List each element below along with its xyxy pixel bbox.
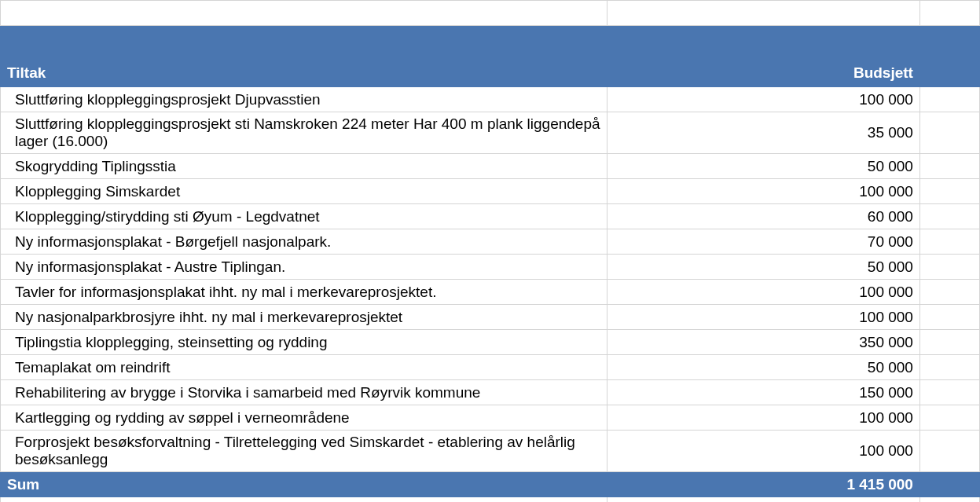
cell-tiltak[interactable]: Tavler for informasjonsplakat ihht. ny m… (1, 280, 607, 305)
cell-tiltak[interactable]: Ny nasjonalparkbrosjyre ihht. ny mal i m… (1, 305, 607, 330)
cell-gutter[interactable] (919, 380, 979, 405)
header-tiltak[interactable]: Tiltak (1, 26, 607, 87)
cell-gutter[interactable] (919, 204, 979, 229)
budget-table: Tiltak Budsjett Sluttføring klopplegging… (0, 0, 980, 502)
cell-budsjett[interactable]: 50 000 (607, 154, 920, 179)
cell-budsjett[interactable]: 150 000 (607, 380, 920, 405)
cell-gutter[interactable] (919, 154, 979, 179)
cell-gutter[interactable] (919, 431, 979, 472)
cell-gutter[interactable] (919, 87, 979, 112)
cell-tiltak[interactable]: Kartlegging og rydding av søppel i verne… (1, 405, 607, 431)
cell-budsjett[interactable]: 100 000 (607, 431, 920, 472)
blank-row-top (1, 1, 980, 26)
cell-gutter[interactable] (919, 112, 979, 154)
cell-tiltak[interactable]: Forprosjekt besøksforvaltning - Tilrette… (1, 431, 607, 472)
sum-row: Sum 1 415 000 (1, 472, 980, 497)
table-row: Ny informasjonsplakat - Børgefjell nasjo… (1, 229, 980, 255)
cell-blank[interactable] (607, 497, 920, 503)
header-budsjett[interactable]: Budsjett (607, 26, 920, 87)
cell-gutter[interactable] (919, 305, 979, 330)
cell-tiltak[interactable]: Klopplegging/stirydding sti Øyum - Legdv… (1, 204, 607, 229)
table-row: Ny nasjonalparkbrosjyre ihht. ny mal i m… (1, 305, 980, 330)
cell-budsjett[interactable]: 35 000 (607, 112, 920, 154)
cell-gutter[interactable] (919, 229, 979, 255)
cell-gutter[interactable] (919, 280, 979, 305)
cell-budsjett[interactable]: 60 000 (607, 204, 920, 229)
cell-blank[interactable] (607, 1, 920, 26)
cell-budsjett[interactable]: 100 000 (607, 405, 920, 431)
cell-tiltak[interactable]: Ny informasjonsplakat - Børgefjell nasjo… (1, 229, 607, 255)
table-row: Skogrydding Tiplingsstia 50 000 (1, 154, 980, 179)
table-body: Tiltak Budsjett Sluttføring klopplegging… (1, 1, 980, 503)
table-row: Forprosjekt besøksforvaltning - Tilrette… (1, 431, 980, 472)
header-row: Tiltak Budsjett (1, 26, 980, 87)
table-row: Tiplingstia klopplegging, steinsetting o… (1, 330, 980, 355)
cell-budsjett[interactable]: 70 000 (607, 229, 920, 255)
cell-gutter[interactable] (919, 497, 979, 503)
cell-tiltak[interactable]: Temaplakat om reindrift (1, 355, 607, 380)
sum-value[interactable]: 1 415 000 (607, 472, 920, 497)
cell-gutter[interactable] (919, 179, 979, 204)
table-row: Tavler for informasjonsplakat ihht. ny m… (1, 280, 980, 305)
cell-gutter[interactable] (919, 405, 979, 431)
table-row: Kartlegging og rydding av søppel i verne… (1, 405, 980, 431)
table-row: Klopplegging/stirydding sti Øyum - Legdv… (1, 204, 980, 229)
cell-tiltak[interactable]: Klopplegging Simskardet (1, 179, 607, 204)
cell-budsjett[interactable]: 50 000 (607, 255, 920, 280)
cell-tiltak[interactable]: Ny informasjonsplakat - Austre Tiplingan… (1, 255, 607, 280)
cell-gutter[interactable] (919, 330, 979, 355)
table-row: Sluttføring kloppleggingsprosjekt Djupva… (1, 87, 980, 112)
table-row: Klopplegging Simskardet 100 000 (1, 179, 980, 204)
table-row: Rehabilitering av brygge i Storvika i sa… (1, 380, 980, 405)
cell-budsjett[interactable]: 100 000 (607, 305, 920, 330)
table-row: Sluttføring kloppleggingsprosjekt sti Na… (1, 112, 980, 154)
cell-budsjett[interactable]: 50 000 (607, 355, 920, 380)
table-row: Temaplakat om reindrift 50 000 (1, 355, 980, 380)
cell-gutter[interactable] (919, 1, 979, 26)
cell-tiltak[interactable]: Sluttføring kloppleggingsprosjekt sti Na… (1, 112, 607, 154)
cell-gutter[interactable] (1, 1, 607, 26)
cell-tiltak[interactable]: Rehabilitering av brygge i Storvika i sa… (1, 380, 607, 405)
cell-gutter[interactable] (919, 472, 979, 497)
blank-row-bottom (1, 497, 980, 503)
cell-gutter[interactable] (919, 355, 979, 380)
cell-budsjett[interactable]: 100 000 (607, 280, 920, 305)
cell-budsjett[interactable]: 100 000 (607, 179, 920, 204)
cell-gutter[interactable] (919, 255, 979, 280)
cell-tiltak[interactable]: Tiplingstia klopplegging, steinsetting o… (1, 330, 607, 355)
cell-gutter[interactable] (919, 26, 979, 87)
cell-budsjett[interactable]: 350 000 (607, 330, 920, 355)
sum-label[interactable]: Sum (1, 472, 607, 497)
cell-tiltak[interactable]: Skogrydding Tiplingsstia (1, 154, 607, 179)
cell-budsjett[interactable]: 100 000 (607, 87, 920, 112)
table-row: Ny informasjonsplakat - Austre Tiplingan… (1, 255, 980, 280)
cell-gutter[interactable] (1, 497, 607, 503)
cell-tiltak[interactable]: Sluttføring kloppleggingsprosjekt Djupva… (1, 87, 607, 112)
